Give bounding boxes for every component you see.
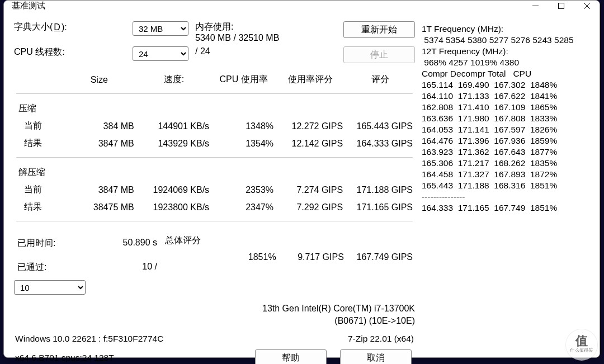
dict-size-select[interactable]: 32 MB (133, 21, 188, 36)
help-button[interactable]: 帮助 (255, 349, 327, 364)
col-cpu: CPU 使用率 (211, 71, 276, 88)
memory-usage: 内存使用: 5340 MB / 32510 MB (195, 21, 337, 43)
col-rating: 评分 (345, 71, 415, 88)
section-compress: 压缩 (14, 100, 62, 117)
log-panel: 1T Frequency (MHz): 5374 5354 5380 5277 … (422, 21, 589, 364)
passes-label: 已通过: (14, 259, 101, 276)
stop-button: 停止 (343, 46, 415, 63)
svg-rect-1 (558, 3, 564, 9)
arch-info: x64 6.B701 cpus:24 128T (15, 353, 114, 363)
col-speed: 速度: (136, 71, 211, 88)
elapsed-label: 已用时间: (14, 235, 101, 252)
col-usage: 使用率评分 (276, 71, 345, 88)
elapsed-value: 50.890 s (101, 235, 161, 252)
row-overall: 1851%9.717 GIPS167.749 GIPS (161, 249, 415, 265)
titlebar: 基准测试 (4, 1, 600, 11)
cancel-button[interactable]: 取消 (340, 349, 412, 364)
left-panel: 字典大小(D): 32 MB 内存使用: 5340 MB / 32510 MB … (14, 21, 415, 364)
minimize-icon[interactable] (522, 1, 548, 11)
os-info: Windows 10.0 22621 : f:5F310F2774C (15, 334, 163, 344)
threads-label: CPU 线程数: (14, 46, 126, 58)
passes-select[interactable]: 10 (14, 280, 86, 295)
col-size: Size (62, 71, 136, 88)
results-table: Size 速度: CPU 使用率 使用率评分 评分 压缩 当前 384 MB14… (14, 71, 415, 228)
row-decompress-current: 当前 3847 MB1924069 KB/s 2353%7.274 GIPS17… (14, 181, 415, 198)
threads-total: / 24 (195, 46, 337, 56)
benchmark-window: 基准测试 字典大小(D): 32 MB (3, 0, 600, 358)
restart-button[interactable]: 重新开始 (343, 21, 415, 38)
window-controls (522, 1, 600, 11)
table-header-row: Size 速度: CPU 使用率 使用率评分 评分 (14, 71, 415, 88)
window-title: 基准测试 (12, 1, 45, 11)
row-compress-current: 当前 384 MB144901 KB/s 1348%12.272 GIPS165… (14, 117, 415, 135)
dict-size-label: 字典大小(D): (14, 21, 126, 33)
app-version: 7-Zip 22.01 (x64) (348, 334, 414, 344)
section-overall: 总体评分 (161, 232, 415, 249)
threads-select[interactable]: 24 (133, 46, 188, 61)
close-icon[interactable] (574, 1, 600, 11)
row-decompress-result: 结果 38475 MB1923800 KB/s 2347%7.292 GIPS1… (14, 198, 415, 216)
maximize-icon[interactable] (548, 1, 574, 11)
section-decompress: 解压缩 (14, 164, 62, 181)
body: 字典大小(D): 32 MB 内存使用: 5340 MB / 32510 MB … (4, 11, 600, 364)
row-compress-result: 结果 3847 MB143929 KB/s 1354%12.142 GIPS16… (14, 135, 415, 152)
cpu-info: 13th Gen Intel(R) Core(TM) i7-13700K (B0… (14, 302, 415, 327)
passes-value: 10 / (101, 259, 161, 276)
